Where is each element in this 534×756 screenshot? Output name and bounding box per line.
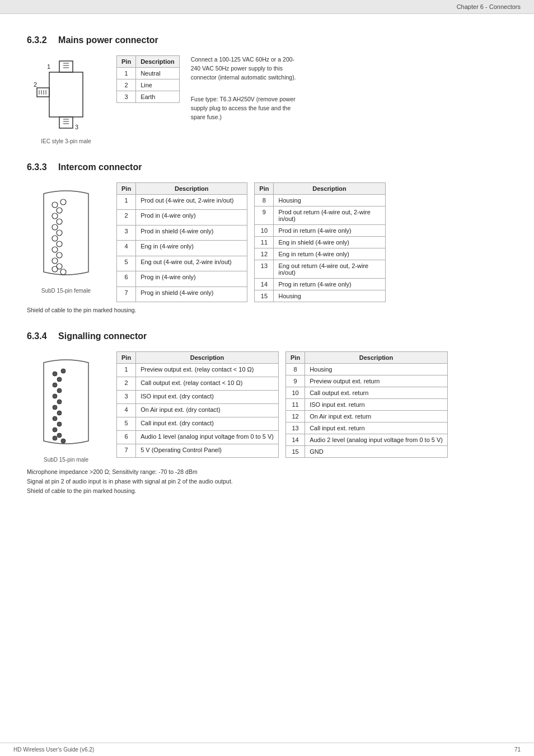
note-line: Microphone impedance >200 Ω; Sensitivity… [27,467,507,477]
desc-cell: Preview output ext. return [305,375,448,387]
pin-cell: 7 [117,287,136,302]
mains-table-wrapper: Pin Description 1Neutral2Line3Earth [116,55,180,103]
desc-cell: Earth [136,91,180,103]
table-row: 4On Air input ext. (dry contact) [117,404,279,417]
pin-cell: 2 [117,210,136,225]
intercom-layout: SubD 15-pin female Pin Description 1Prod… [27,182,507,302]
mains-diagram-label: IEC style 3-pin male [27,138,105,144]
mains-connector-svg: 1 2 3 [32,55,100,134]
table-row: 1Preview output ext. (relay contact < 10… [117,364,279,377]
pin-cell: 11 [286,399,305,411]
pin-cell: 12 [255,248,274,260]
table-row: 1Neutral [117,68,180,79]
desc-cell: On Air input ext. (dry contact) [136,404,279,417]
signalling-section-title: 6.3.4 Signalling connector [27,331,507,341]
section-mains: 6.3.2 Mains power connector [27,35,507,144]
table-row: 2Prod in (4-wire only) [117,210,247,225]
pin-cell: 14 [286,434,305,446]
intercom-section-label: Intercom connector [58,162,142,172]
desc-cell: Eng in (4-wire only) [136,241,247,256]
intercom-section-title: 6.3.3 Intercom connector [27,162,507,172]
pin-cell: 9 [286,375,305,387]
pin-cell: 4 [117,404,136,417]
mains-section-number: 6.3.2 [27,35,47,45]
signalling-svg [32,351,100,452]
pin-cell: 1 [117,364,136,377]
svg-point-38 [53,405,57,410]
desc-cell: Prod in shield (4-wire only) [136,225,247,240]
pin-cell: 4 [117,241,136,256]
pin-cell: 5 [117,417,136,431]
signalling-th-pin-r: Pin [286,352,305,364]
table-row: 14Prog in return (4-wire only) [255,279,385,290]
svg-point-22 [57,230,62,236]
table-row: 11ISO input ext. return [286,399,448,411]
svg-point-18 [57,208,62,213]
svg-point-33 [57,377,62,382]
svg-point-19 [52,213,58,219]
section-intercom: 6.3.3 Intercom connector [27,162,507,313]
page: Chapter 6 - Connectors 6.3.2 Mains power… [0,0,534,756]
svg-point-44 [53,436,57,440]
mains-th-desc: Description [136,56,180,68]
signalling-diagram: SubD 15-pin male [27,351,105,463]
table-row: 3Prod in shield (4-wire only) [117,225,247,240]
pin-cell: 12 [286,411,305,422]
desc-cell: Call input ext. return [305,422,448,434]
table-row: 6Prog in (4-wire only) [117,271,247,287]
desc-cell: Eng out (4-wire out, 2-wire in/out) [136,256,247,271]
desc-cell: Call input ext. (dry contact) [136,417,279,431]
page-footer: HD Wireless User's Guide (v6.2) 71 [0,743,534,756]
desc-cell: Housing [274,195,385,206]
desc-cell: Prog in shield (4-wire only) [136,287,247,302]
intercom-diagram-label: SubD 15-pin female [27,288,105,294]
table-row: 12On Air input ext. return [286,411,448,422]
svg-rect-6 [37,88,49,97]
intercom-th-desc-r: Description [274,183,385,195]
pin-cell: 13 [286,422,305,434]
mains-section-title: 6.3.2 Mains power connector [27,35,507,45]
svg-point-26 [57,252,62,258]
table-row: 12Eng in return (4-wire only) [255,248,385,260]
svg-text:3: 3 [75,124,78,130]
pin-cell: 1 [117,195,136,210]
intercom-th-desc-l: Description [136,183,247,195]
pin-cell: 3 [117,225,136,240]
table-row: 10Call output ext. return [286,387,448,399]
desc-cell: ISO input ext. return [305,399,448,411]
table-row: 11Eng in shield (4-wire only) [255,237,385,248]
svg-text:2: 2 [34,81,37,88]
pin-cell: 13 [255,260,274,279]
pin-cell: 8 [255,195,274,206]
pin-cell: 3 [117,91,136,103]
svg-point-25 [52,247,58,252]
svg-rect-0 [49,72,83,117]
table-row: 13Eng out return (4-wire out, 2-wire in/… [255,260,385,279]
signalling-tables: Pin Description 1Preview output ext. (re… [116,351,448,458]
desc-cell: Eng out return (4-wire out, 2-wire in/ou… [274,260,385,279]
mains-diagram: 1 2 3 [27,55,105,144]
pin-cell: 7 [117,444,136,458]
pin-cell: 5 [117,256,136,271]
svg-point-45 [61,369,65,373]
svg-point-42 [53,428,57,432]
svg-point-39 [57,411,62,415]
table-row: 7Prog in shield (4-wire only) [117,287,247,302]
svg-point-24 [57,241,62,247]
svg-point-35 [57,388,62,393]
table-row: 3Earth [117,91,180,103]
svg-point-32 [53,372,57,376]
signalling-table-left: Pin Description 1Preview output ext. (re… [116,351,279,458]
svg-point-21 [52,224,58,230]
desc-cell: Housing [274,290,385,302]
table-row: 15Housing [255,290,385,302]
pin-cell: 6 [117,431,136,444]
section-signalling: 6.3.4 Signalling connector [27,331,507,495]
pin-cell: 10 [255,225,274,237]
mains-th-pin: Pin [117,56,136,68]
chapter-header: Chapter 6 - Connectors [0,0,534,14]
signalling-section-number: 6.3.4 [27,331,47,341]
pin-cell: 15 [286,446,305,458]
table-row: 15GND [286,446,448,458]
intercom-th-pin-l: Pin [117,183,136,195]
